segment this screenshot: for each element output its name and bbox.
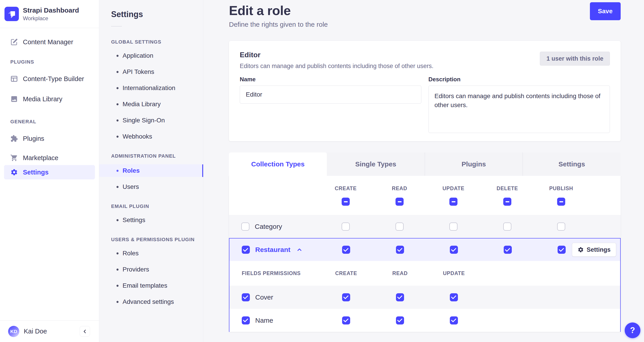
row-label[interactable]: Category	[255, 223, 282, 230]
restaurant-create-checkbox[interactable]	[342, 246, 350, 254]
sidebar-item-label: Content Manager	[23, 38, 73, 46]
settings-nav-item-label: Advanced settings	[122, 298, 174, 305]
settings-nav-item-users[interactable]: Users	[111, 181, 203, 192]
fields-column-update: UPDATE	[427, 270, 481, 276]
main-content: Edit a role Define the rights given to t…	[203, 0, 644, 342]
settings-nav: Settings GLOBAL SETTINGS Application API…	[99, 0, 203, 342]
bullet-icon	[116, 186, 118, 188]
tab-single-types[interactable]: Single Types	[327, 152, 425, 176]
settings-nav-item-single-sign-on[interactable]: Single Sign-On	[111, 115, 203, 126]
column-header-delete: DELETE	[480, 183, 534, 193]
row-label[interactable]: Name	[255, 317, 273, 324]
users-with-role-button[interactable]: 1 user with this role	[540, 52, 610, 66]
inactive-tabs: Single Types Plugins Settings	[327, 152, 621, 176]
permissions-table: CREATE READ UPDATE DELETE PUBLISH	[229, 176, 621, 332]
collapse-sidebar-button[interactable]	[80, 326, 90, 336]
help-button[interactable]: ?	[625, 322, 640, 338]
settings-nav-item-providers[interactable]: Providers	[111, 264, 203, 275]
select-all-delete-checkbox[interactable]	[503, 198, 511, 206]
row-label[interactable]: Cover	[255, 293, 273, 301]
workspace-switcher[interactable]: Strapi Dashboard Workplace	[0, 0, 99, 28]
permissions-table-header: CREATE READ UPDATE DELETE PUBLISH	[229, 176, 621, 215]
gear-icon	[578, 247, 584, 253]
row-label[interactable]: Restaurant	[255, 246, 290, 253]
save-button[interactable]: Save	[590, 2, 621, 20]
sidebar-item-content-manager[interactable]: Content Manager	[0, 35, 99, 49]
sidebar-item-content-type-builder[interactable]: Content-Type Builder	[0, 72, 99, 86]
permissions-column-labels: CREATE READ UPDATE DELETE PUBLISH	[229, 183, 621, 193]
sidebar-item-label: Content-Type Builder	[23, 75, 84, 83]
tab-plugins[interactable]: Plugins	[425, 152, 523, 176]
select-all-read-checkbox[interactable]	[396, 198, 404, 206]
description-textarea[interactable]: Editors can manage and publish contents …	[428, 86, 610, 133]
restaurant-delete-checkbox[interactable]	[504, 246, 512, 254]
role-form: Name Description Editors can manage and …	[240, 76, 610, 134]
cover-update-checkbox[interactable]	[450, 293, 458, 301]
sidebar-item-settings[interactable]: Settings	[4, 165, 95, 179]
settings-nav-item-advanced-settings[interactable]: Advanced settings	[111, 296, 203, 307]
category-update-checkbox[interactable]	[450, 222, 458, 231]
name-update-checkbox[interactable]	[450, 316, 458, 324]
sidebar-item-label: Settings	[23, 169, 48, 176]
sidebar-footer: KD Kai Doe	[0, 320, 99, 342]
settings-nav-item-label: Settings	[122, 216, 145, 224]
pen-icon	[10, 38, 18, 46]
restaurant-read-checkbox[interactable]	[396, 246, 404, 254]
settings-nav-item-application[interactable]: Application	[111, 50, 203, 61]
settings-nav-item-internationalization[interactable]: Internationalization	[111, 83, 203, 93]
settings-nav-item-api-tokens[interactable]: API Tokens	[111, 67, 203, 77]
settings-nav-title: Settings	[111, 9, 203, 20]
cover-row-checkbox[interactable]	[242, 293, 250, 301]
settings-nav-item-media-library[interactable]: Media Library	[111, 99, 203, 110]
settings-nav-item-email-settings[interactable]: Settings	[111, 215, 203, 225]
sidebar-item-plugins[interactable]: Plugins	[0, 131, 99, 146]
category-create-checkbox[interactable]	[342, 222, 350, 231]
category-delete-checkbox[interactable]	[503, 222, 511, 231]
bullet-icon	[116, 252, 118, 254]
restaurant-update-checkbox[interactable]	[450, 246, 458, 254]
select-all-update-checkbox[interactable]	[450, 198, 458, 206]
row-settings-button[interactable]: Settings	[572, 243, 616, 257]
chevron-up-icon[interactable]	[296, 247, 302, 253]
name-create-checkbox[interactable]	[342, 316, 350, 324]
settings-nav-item-label: Application	[122, 52, 153, 59]
tab-settings[interactable]: Settings	[522, 152, 621, 176]
name-input[interactable]	[240, 86, 421, 104]
layout-icon	[10, 75, 18, 83]
select-all-publish-checkbox[interactable]	[557, 198, 565, 206]
role-details-card: Editor Editors can manage and publish co…	[229, 41, 621, 141]
sidebar-item-media-library[interactable]: Media Library	[0, 92, 99, 106]
permissions-tabbar: Collection Types Single Types Plugins Se…	[229, 152, 621, 176]
category-publish-checkbox[interactable]	[557, 222, 565, 231]
settings-nav-item-webhooks[interactable]: Webhooks	[111, 131, 203, 142]
category-read-checkbox[interactable]	[396, 222, 404, 231]
settings-nav-item-label: Email templates	[122, 282, 167, 289]
sidebar-item-marketplace[interactable]: Marketplace	[0, 151, 99, 165]
settings-nav-item-roles-admin[interactable]: Roles	[99, 164, 203, 177]
sidebar-item-label: Plugins	[23, 135, 44, 142]
bullet-icon	[116, 268, 118, 271]
settings-nav-item-roles-up[interactable]: Roles	[111, 248, 203, 259]
workspace-title: Strapi Dashboard	[23, 6, 79, 14]
description-field-group: Description Editors can manage and publi…	[428, 76, 610, 134]
settings-nav-item-email-templates[interactable]: Email templates	[111, 280, 203, 291]
field-row-name: Name	[230, 309, 620, 332]
settings-nav-item-label: Media Library	[122, 101, 161, 108]
divider	[111, 26, 122, 27]
permissions-card: Collection Types Single Types Plugins Se…	[229, 152, 621, 332]
name-row-checkbox[interactable]	[242, 316, 250, 324]
settings-nav-item-label: Webhooks	[122, 133, 152, 140]
restaurant-publish-checkbox[interactable]	[558, 246, 566, 254]
restaurant-row-checkbox[interactable]	[242, 246, 250, 254]
column-header-read: READ	[372, 183, 426, 193]
cover-read-checkbox[interactable]	[396, 293, 404, 301]
avatar[interactable]: KD	[8, 326, 19, 337]
cover-create-checkbox[interactable]	[342, 293, 350, 301]
name-read-checkbox[interactable]	[396, 316, 404, 324]
row-label-cell: Category	[241, 222, 319, 231]
tab-collection-types[interactable]: Collection Types	[229, 152, 327, 176]
settings-nav-item-label: Users	[122, 183, 139, 190]
settings-section-up-plugin-heading: USERS & PERMISSIONS PLUGIN	[111, 237, 203, 242]
category-row-checkbox[interactable]	[241, 222, 250, 231]
select-all-create-checkbox[interactable]	[342, 198, 350, 206]
